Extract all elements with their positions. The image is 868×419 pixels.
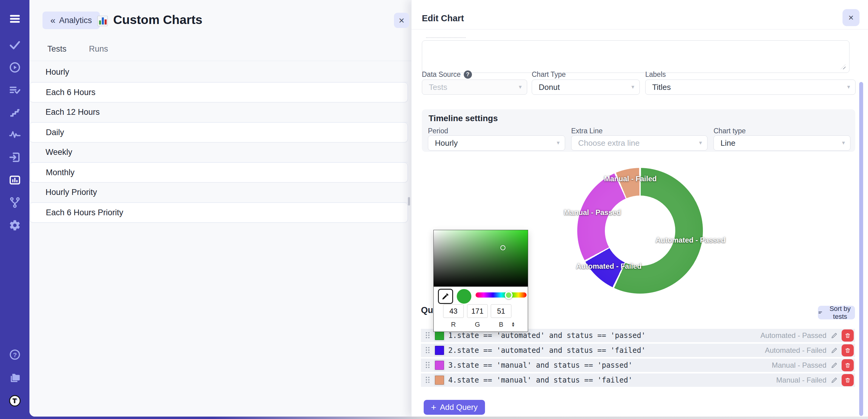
eyedropper-button[interactable]: [438, 289, 453, 304]
custom-charts-header: « Analytics Custom Charts ×: [29, 0, 411, 39]
delete-query-button[interactable]: [842, 374, 854, 386]
folders-icon[interactable]: [8, 371, 22, 384]
chevron-down-icon: ▼: [698, 140, 703, 146]
saturation-area[interactable]: [434, 230, 528, 287]
list-check-icon[interactable]: [8, 83, 22, 96]
query-rows: 1.state == 'automated' and status == 'pa…: [421, 329, 855, 387]
period-label-text: Period: [428, 127, 448, 135]
add-query-label: Add Query: [440, 402, 478, 412]
query-title-label: Manual - Passed: [772, 361, 827, 369]
drag-handle-icon[interactable]: [425, 332, 430, 339]
sort-button-label: Sort by tests: [825, 305, 855, 321]
drawer-header-divider: [411, 29, 868, 29]
trash-icon: [845, 332, 851, 338]
custom-charts-panel: « Analytics Custom Charts × Tests Runs H…: [29, 0, 411, 417]
list-item[interactable]: Monthly: [29, 162, 408, 182]
edit-query-button[interactable]: [831, 377, 838, 384]
chevron-down-icon: ▼: [846, 84, 851, 90]
color-mode-switch-icon[interactable]: ▴▾: [512, 321, 515, 327]
bar-chart-icon[interactable]: [8, 173, 22, 187]
panel-close-button[interactable]: ×: [394, 13, 409, 28]
period-select[interactable]: Hourly ▼: [428, 136, 565, 151]
chart-description-textarea[interactable]: [422, 40, 849, 73]
tabs: Tests Runs: [45, 44, 110, 58]
donut-slice-label: Automated - Passed: [656, 236, 726, 244]
period-value: Hourly: [435, 139, 458, 148]
query-row: 4.state == 'manual' and status == 'faile…: [421, 373, 855, 387]
play-circle-icon[interactable]: [8, 61, 22, 74]
delete-query-button[interactable]: [842, 329, 854, 341]
donut-slice-label: Automated - Failed: [576, 262, 642, 271]
donut-slice-label: Manual - Failed: [604, 175, 656, 183]
list-item[interactable]: Daily: [29, 122, 408, 142]
content-shell: « Analytics Custom Charts × Tests Runs H…: [29, 0, 868, 417]
check-icon[interactable]: [8, 38, 22, 52]
add-query-button[interactable]: + Add Query: [424, 400, 485, 415]
trash-icon: [845, 347, 851, 353]
donut-slice-label: Manual - Passed: [564, 208, 621, 217]
list-item[interactable]: Weekly: [29, 142, 408, 162]
drag-handle-icon[interactable]: [425, 361, 430, 369]
tab-tests[interactable]: Tests: [45, 44, 68, 58]
query-color-chip[interactable]: [434, 375, 445, 386]
data-source-select[interactable]: Tests ▼: [422, 80, 527, 95]
drag-handle-icon[interactable]: [425, 347, 430, 354]
query-color-chip[interactable]: [434, 359, 445, 371]
sort-by-tests-button[interactable]: Sort by tests: [818, 306, 855, 320]
query-title-label: Automated - Passed: [761, 331, 827, 340]
pencil-icon: [831, 377, 838, 384]
drawer-scrollbar[interactable]: [859, 82, 863, 416]
blue-input[interactable]: [491, 304, 512, 318]
logo-badge[interactable]: [8, 394, 22, 408]
edit-query-button[interactable]: [831, 362, 838, 369]
pencil-icon: [831, 362, 838, 369]
trash-icon: [845, 377, 851, 383]
back-to-analytics-button[interactable]: « Analytics: [42, 11, 100, 29]
current-color-swatch: [457, 289, 471, 304]
hue-slider[interactable]: [475, 292, 527, 298]
data-source-label-text: Data Source: [422, 70, 461, 79]
delete-query-button[interactable]: [842, 344, 854, 356]
left-panel-scrollbar[interactable]: [408, 197, 410, 206]
tab-runs[interactable]: Runs: [87, 44, 110, 58]
query-title-label: Automated - Failed: [765, 346, 827, 355]
drawer-close-button[interactable]: ×: [842, 9, 860, 26]
menu-icon[interactable]: [8, 12, 22, 26]
git-branch-icon[interactable]: [8, 196, 22, 209]
chart-type-select[interactable]: Donut ▼: [532, 80, 640, 95]
hue-slider-handle[interactable]: [505, 291, 513, 299]
delete-query-button[interactable]: [842, 359, 854, 371]
timeline-chart-type-select[interactable]: Line ▼: [714, 136, 850, 151]
list-item[interactable]: Hourly: [29, 62, 408, 82]
close-icon: ×: [848, 12, 854, 23]
sort-icon: [818, 310, 823, 316]
edit-query-button[interactable]: [831, 332, 838, 339]
gear-icon[interactable]: [8, 219, 22, 232]
saturation-cursor[interactable]: [500, 245, 505, 250]
chart-type-label: Chart Type: [532, 70, 566, 79]
list-item[interactable]: Each 6 Hours Priority: [29, 203, 408, 222]
timeline-settings-heading: Timeline settings: [429, 114, 498, 123]
labels-select[interactable]: Titles ▼: [645, 80, 856, 95]
list-item[interactable]: Hourly Priority: [29, 182, 408, 203]
drag-handle-icon[interactable]: [425, 376, 430, 384]
steps-icon[interactable]: [8, 106, 22, 119]
query-color-chip[interactable]: [434, 345, 445, 356]
list-item[interactable]: Each 6 Hours: [29, 82, 408, 102]
edit-query-button[interactable]: [831, 347, 838, 354]
donut-chart-canvas[interactable]: [577, 168, 703, 294]
red-input[interactable]: [443, 304, 464, 318]
activity-icon[interactable]: [8, 128, 22, 142]
list-item[interactable]: Each 12 Hours: [29, 102, 408, 122]
chevron-down-icon: ▼: [556, 140, 561, 146]
timeline-settings-box: Timeline settings Period Extra Line Char…: [422, 109, 855, 152]
chevrons-left-icon: «: [51, 16, 56, 25]
query-text: 2.state == 'automated' and status == 'fa…: [448, 346, 765, 355]
help-badge-icon[interactable]: ?: [464, 70, 472, 79]
help-icon[interactable]: ?: [8, 348, 22, 361]
query-text: 1.state == 'automated' and status == 'pa…: [448, 331, 761, 340]
back-button-label: Analytics: [59, 16, 92, 25]
extra-line-select[interactable]: Choose extra line ▼: [571, 136, 708, 151]
sign-in-icon[interactable]: [8, 151, 22, 164]
green-input[interactable]: [467, 304, 488, 318]
